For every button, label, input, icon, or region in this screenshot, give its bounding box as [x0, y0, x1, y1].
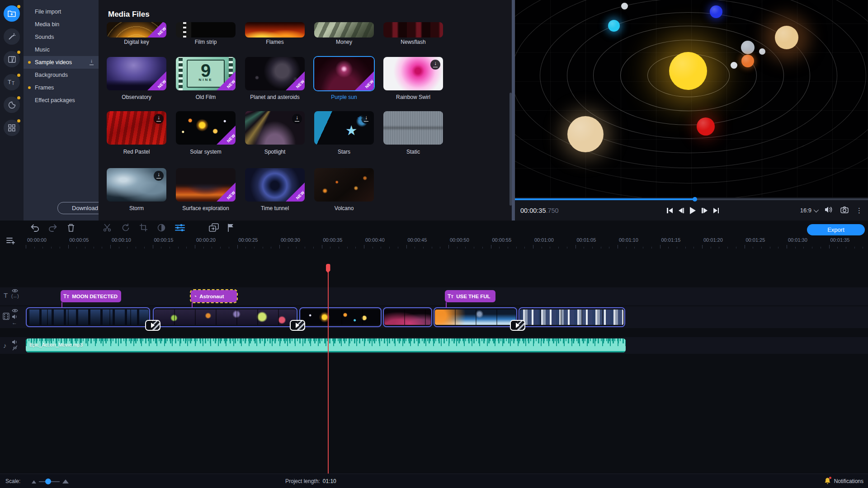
next-frame-button[interactable]: [702, 208, 708, 213]
playhead-pin[interactable]: [326, 264, 330, 273]
download-badge[interactable]: ↓: [430, 60, 440, 70]
media-thumbnail[interactable]: NEW: [245, 168, 305, 202]
clip-properties-icon[interactable]: [175, 223, 185, 234]
media-thumbnail[interactable]: [383, 22, 443, 38]
title-clip-moon-detected[interactable]: TтMOON DETECTED: [61, 290, 121, 302]
scale-slider-handle[interactable]: [45, 479, 51, 484]
audio-track-unlink-icon[interactable]: [12, 345, 18, 352]
zoom-in-icon[interactable]: [62, 479, 69, 483]
title-clip-use-the-ful[interactable]: TтUSE THE FUL: [445, 290, 495, 302]
overlay-icon[interactable]: [209, 223, 219, 234]
media-thumbnail[interactable]: NEW: [314, 57, 374, 90]
sidebar-item-file-import[interactable]: File import: [24, 5, 99, 18]
delete-icon[interactable]: [67, 223, 75, 234]
transition-icon[interactable]: [290, 320, 305, 331]
skip-start-button[interactable]: [667, 208, 673, 213]
sidebar-item-backgrounds[interactable]: Backgrounds: [24, 69, 99, 81]
laboratory-clip[interactable]: [519, 307, 625, 327]
audio-clip[interactable]: Epic_Action_Movie.mp3: [26, 338, 626, 352]
sidebar-item-media-bin[interactable]: Media bin: [24, 18, 99, 31]
media-thumbnail[interactable]: ↓: [245, 111, 305, 145]
snapshot-camera-icon[interactable]: [840, 206, 849, 215]
export-button[interactable]: Export: [807, 224, 865, 235]
download-badge[interactable]: ↓: [154, 171, 164, 181]
panel-splitter[interactable]: [512, 0, 515, 221]
earth-satellite-clip[interactable]: [434, 307, 517, 327]
media-thumbnail[interactable]: [176, 22, 236, 38]
sidebar-item-effect-packages[interactable]: Effect packages: [24, 94, 99, 107]
title-clip-astronaut[interactable]: ◔Astronaut: [191, 290, 237, 302]
split-scissors-icon[interactable]: [103, 223, 111, 234]
aspect-ratio-dropdown[interactable]: 16:9: [800, 207, 817, 214]
preview-menu-icon[interactable]: ⋮: [856, 206, 863, 215]
media-thumbnail[interactable]: ↓: [107, 111, 166, 145]
ruler-label: 00:00:20: [196, 237, 216, 243]
space-nebula-clip[interactable]: [153, 307, 297, 327]
media-thumbnail[interactable]: [314, 22, 374, 38]
add-track-icon[interactable]: [6, 237, 16, 246]
video-track-visibility-eye-icon[interactable]: [12, 308, 18, 314]
media-thumbnail[interactable]: NEW: [107, 22, 166, 38]
crop-icon[interactable]: [139, 223, 148, 234]
color-adjust-icon[interactable]: [157, 223, 166, 234]
volume-icon[interactable]: [825, 206, 833, 215]
previous-frame-button[interactable]: [679, 208, 684, 213]
playhead[interactable]: [328, 264, 329, 488]
video-preview[interactable]: [515, 0, 868, 197]
play-button[interactable]: [690, 207, 696, 214]
ruler-label: 00:01:25: [746, 237, 765, 243]
ruler-major-tick: [787, 245, 787, 249]
media-thumbnail[interactable]: ↓: [314, 111, 374, 145]
yellow-dot: [28, 61, 31, 64]
ruler-label: 00:00:25: [239, 237, 258, 243]
marker-flag-icon[interactable]: [227, 223, 234, 234]
sidebar-item-frames[interactable]: Frames: [24, 81, 99, 94]
media-thumbnail[interactable]: ↓: [107, 168, 166, 202]
scale-label: Scale:: [5, 478, 20, 484]
download-badge[interactable]: ↓: [361, 114, 371, 124]
ruler-major-tick: [153, 245, 153, 249]
sidebar-item-music[interactable]: Music: [24, 43, 99, 56]
media-thumbnail[interactable]: NEW: [107, 57, 166, 90]
media-thumbnail[interactable]: NEW: [245, 57, 305, 90]
media-thumbnail[interactable]: 9NINENEW: [176, 57, 236, 90]
download-badge[interactable]: ↓: [292, 114, 302, 124]
sidebar-tool-stickers-icon[interactable]: [4, 97, 20, 113]
zoom-out-icon[interactable]: [32, 480, 36, 483]
media-thumbnail[interactable]: [383, 111, 443, 145]
undo-icon[interactable]: [30, 223, 40, 234]
download-badge[interactable]: ↓: [154, 114, 164, 124]
media-thumbnail[interactable]: ↓: [383, 57, 443, 90]
skip-end-button[interactable]: [713, 208, 719, 213]
sidebar-tool-import-icon[interactable]: [4, 5, 20, 22]
rotate-icon[interactable]: [121, 223, 130, 234]
sidebar-tool-more-tools-icon[interactable]: [4, 120, 20, 136]
media-thumbnail[interactable]: NEW: [176, 111, 236, 145]
sidebar-item-sounds[interactable]: Sounds: [24, 31, 99, 43]
purple-sun-clip[interactable]: [383, 307, 432, 327]
ruler-major-tick: [237, 245, 238, 249]
title-clip-label: Astronaut: [199, 294, 224, 299]
media-thumbnail[interactable]: NEW: [176, 168, 236, 202]
observatory-clip[interactable]: [26, 307, 150, 327]
sidebar-tool-titles-icon[interactable]: TT: [4, 74, 20, 90]
media-thumbnail[interactable]: [245, 22, 305, 38]
ruler-major-tick: [533, 245, 533, 249]
ruler-major-tick: [618, 245, 618, 249]
sidebar-item-label: Sample videos: [35, 59, 72, 66]
video-track-arrow-icon[interactable]: ←: [12, 319, 17, 326]
transition-icon[interactable]: [510, 320, 525, 331]
redo-icon[interactable]: [48, 223, 58, 234]
time-ruler[interactable]: 00:00:0000:00:0500:00:1000:00:1500:00:20…: [0, 236, 868, 249]
notifications-button[interactable]: Notifications: [824, 477, 863, 485]
title-track-link-icon[interactable]: (↔): [11, 294, 19, 299]
clip-thumbnails: [384, 310, 431, 325]
sidebar-tool-transitions-icon[interactable]: [4, 51, 20, 67]
sidebar-tool-filters-wand-icon[interactable]: [4, 28, 20, 45]
media-item-label: Storm: [107, 205, 166, 211]
media-thumbnail[interactable]: [314, 168, 374, 202]
more-tools-icon: [8, 124, 15, 131]
transition-icon[interactable]: [145, 320, 160, 331]
solar-system-clip[interactable]: [299, 307, 382, 327]
sidebar-item-sample-videos[interactable]: Sample videos↓: [24, 56, 99, 69]
